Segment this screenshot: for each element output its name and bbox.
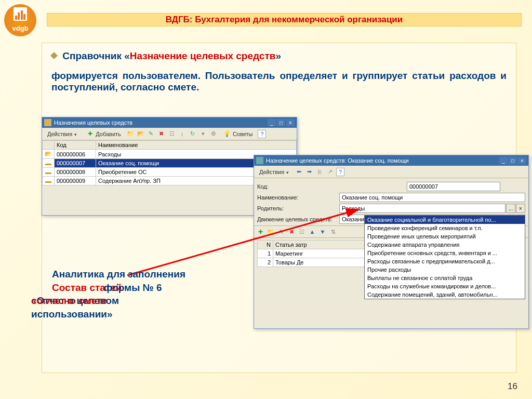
window-list-title: Назначения целевых средств [54, 119, 132, 126]
edit-icon[interactable]: ✎ [277, 228, 285, 236]
parent-input[interactable]: Расходы [339, 204, 506, 213]
dropdown-item[interactable]: Расходы на служебные командировки и дело… [365, 282, 525, 290]
code-input[interactable]: 000000007 [407, 182, 500, 191]
header-title: ВДГБ: Бухгалтерия для некоммерческой орг… [166, 15, 403, 25]
name-input[interactable]: Оказание соц. помощи [339, 193, 525, 202]
parent-label: Родитель: [257, 205, 339, 211]
maximize-button[interactable]: □ [509, 157, 517, 164]
dropdown-item[interactable]: Проведение иных целевых мероприятий [365, 232, 525, 241]
dropdown-item[interactable]: Приобретение основных средств, инвентаря… [365, 249, 525, 257]
subheading-prefix: Справочник « [62, 50, 129, 61]
subheading-suffix: » [275, 50, 281, 61]
dropdown-item[interactable]: Оказание социальной и благотворительной … [365, 216, 525, 224]
window-form: Назначение целевых средств: Оказание соц… [254, 155, 529, 329]
new-group-icon[interactable]: 📁 [126, 130, 135, 138]
sub-heading: Справочник «Назначение целевых средств» [51, 50, 507, 62]
tips-button[interactable]: 💡 Советы [220, 128, 256, 140]
name-label: Наименование: [257, 194, 339, 201]
window-form-title: Назначение целевых средств: Оказание соц… [266, 157, 409, 164]
add-row-icon[interactable]: ✚ [256, 228, 264, 236]
dropdown-item[interactable]: Содержание аппарата управления [365, 241, 525, 249]
goto-icon[interactable]: ↗ [326, 168, 334, 176]
help-icon[interactable]: ? [258, 130, 266, 138]
dropdown-item[interactable]: Выплаты не связанное с оплатой труда [365, 274, 525, 282]
add-button[interactable]: ✚ Добавить [83, 128, 124, 140]
minimize-button[interactable]: _ [499, 157, 508, 164]
col-name[interactable]: Наименование [96, 141, 297, 150]
minimize-button[interactable]: _ [268, 119, 276, 126]
new-folder-icon[interactable]: 📂 [137, 130, 145, 138]
settings-icon[interactable]: ⚙ [209, 130, 218, 138]
new-group-icon[interactable]: 📁 [267, 228, 275, 236]
col-n[interactable]: N [258, 241, 273, 249]
move-icon[interactable]: ↕ [178, 130, 187, 138]
bullet-icon [50, 52, 58, 59]
delete-icon[interactable]: ✖ [157, 130, 166, 138]
window-icon [44, 119, 51, 126]
window-icon [256, 157, 263, 164]
plus-icon: ✚ [86, 130, 94, 138]
body-text: формируется пользователем. Пользователь … [51, 70, 507, 93]
movement-dropdown[interactable]: Оказание социальной и благотворительной … [364, 215, 525, 299]
titlebar-form[interactable]: Назначение целевых средств: Оказание соц… [254, 155, 528, 166]
delete-icon[interactable]: ✖ [287, 228, 296, 236]
edit-icon[interactable]: ✎ [147, 130, 155, 138]
next-icon[interactable]: ➡ [305, 168, 313, 176]
actions-menu[interactable]: Действия▼ [256, 167, 292, 177]
lightbulb-icon: 💡 [223, 130, 231, 138]
header-bar: ВДГБ: Бухгалтерия для некоммерческой орг… [47, 13, 522, 26]
page-number: 16 [508, 381, 517, 392]
col-code[interactable]: Код [55, 141, 96, 150]
clear-button[interactable]: × [516, 204, 525, 213]
refresh-icon[interactable]: ↻ [189, 130, 197, 138]
hierarchy-icon[interactable]: ☷ [168, 130, 176, 138]
up-icon[interactable]: ▲ [308, 228, 316, 236]
toolbar-list: Действия▼ ✚ Добавить 📁 📂 ✎ ✖ ☷ ↕ ↻ ▾ ⚙ 💡… [42, 128, 297, 140]
subheading-highlight: Назначение целевых средств [130, 50, 276, 61]
dropdown-item[interactable]: Содержание помещений, зданий, автомобиль… [365, 290, 525, 299]
help-icon[interactable]: ? [336, 168, 344, 176]
copy-icon[interactable]: ⎘ [315, 168, 324, 176]
annotation-text: Аналитика для заполнения Состав статей ф… [52, 268, 185, 308]
anno-line1: Аналитика для заполнения [52, 268, 185, 281]
actions-menu[interactable]: Действия▼ [44, 129, 81, 139]
close-button[interactable]: × [518, 157, 526, 164]
prev-icon[interactable]: ⬅ [295, 168, 303, 176]
close-button[interactable]: × [286, 119, 295, 126]
dropdown-item[interactable]: Прочие расходы [365, 265, 525, 274]
maximize-button[interactable]: □ [277, 119, 285, 126]
anno-line2b: формы № 6 [104, 282, 162, 293]
titlebar-list[interactable]: Назначения целевых средств _ □ × [42, 117, 297, 128]
dropdown-item[interactable]: Проведение конференций семинаров и т.п. [365, 224, 525, 232]
filter-icon[interactable]: ▾ [199, 130, 207, 138]
logo: vdgb [4, 4, 36, 36]
toolbar-form: Действия▼ ⬅ ➡ ⎘ ↗ ? [254, 166, 528, 178]
hierarchy-icon[interactable]: ☷ [298, 228, 306, 236]
code-label: Код: [257, 183, 339, 190]
select-button[interactable]: ... [506, 204, 515, 213]
dropdown-item[interactable]: Расходы связанные с предпринимательской … [365, 257, 525, 265]
movement-label: Движение целевых средств: [257, 216, 339, 222]
logo-text: vdgb [12, 24, 28, 32]
anno-line3b: согласно смете [31, 295, 107, 306]
sort-icon[interactable]: ⇅ [329, 228, 337, 236]
down-icon[interactable]: ▼ [318, 228, 327, 236]
